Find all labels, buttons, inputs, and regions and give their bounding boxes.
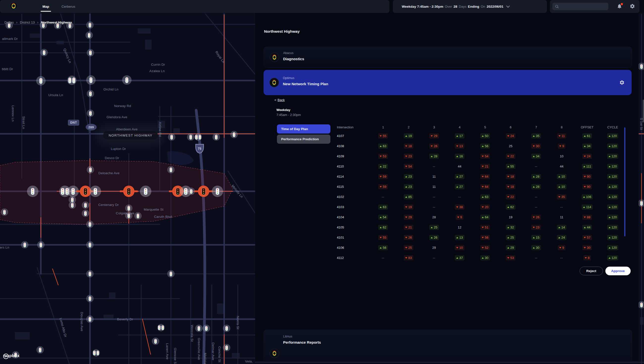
intersection-id: 4104 bbox=[337, 215, 370, 219]
traffic-signal-marker[interactable] bbox=[87, 110, 94, 117]
traffic-signal-marker[interactable] bbox=[167, 166, 174, 173]
traffic-signal-marker[interactable] bbox=[86, 32, 93, 39]
signal-r-dot bbox=[641, 201, 642, 202]
value-badge: 29 bbox=[404, 215, 413, 220]
traffic-signal-marker[interactable] bbox=[188, 188, 195, 195]
traffic-signal-marker[interactable] bbox=[68, 201, 76, 209]
traffic-signal-marker[interactable] bbox=[86, 241, 94, 248]
traffic-signal-marker[interactable] bbox=[122, 75, 132, 85]
notifications-button[interactable] bbox=[617, 4, 623, 10]
reject-button[interactable]: Reject bbox=[580, 267, 603, 275]
table-cell: 120 bbox=[600, 164, 626, 169]
traffic-signal-marker[interactable] bbox=[638, 63, 644, 70]
traffic-signal-marker[interactable] bbox=[638, 199, 644, 207]
table-cell: 53 bbox=[370, 154, 396, 159]
search-input[interactable] bbox=[561, 5, 604, 9]
value-badge: 23 bbox=[404, 154, 413, 159]
traffic-signal-marker[interactable] bbox=[157, 324, 165, 331]
traffic-signal-marker[interactable] bbox=[87, 90, 94, 97]
traffic-signal-marker[interactable] bbox=[92, 349, 100, 356]
traffic-signal-marker[interactable] bbox=[230, 131, 238, 138]
arrow-down-icon bbox=[405, 145, 407, 147]
signal-r-dot bbox=[185, 189, 186, 190]
table-cell: 53 bbox=[498, 255, 523, 260]
traffic-signal-marker[interactable] bbox=[27, 186, 38, 197]
traffic-signal-marker[interactable] bbox=[1, 208, 8, 216]
arrow-down-icon bbox=[380, 237, 382, 238]
value-badge: -- bbox=[431, 204, 437, 210]
table-scrollbar[interactable] bbox=[624, 127, 626, 236]
traffic-signal-marker[interactable] bbox=[21, 241, 28, 248]
traffic-signal-marker[interactable] bbox=[202, 325, 210, 332]
card-litmus-performance-reports[interactable]: Litmus Performance Reports bbox=[264, 329, 632, 361]
traffic-signal-marker[interactable] bbox=[86, 315, 94, 323]
mapbox-attribution[interactable]: mapbox bbox=[3, 353, 20, 358]
breadcrumb-item[interactable]: Northwest Highway bbox=[41, 21, 72, 24]
arrow-up-icon bbox=[608, 217, 610, 218]
traffic-signal-marker-alert[interactable] bbox=[198, 186, 209, 197]
breadcrumb-item[interactable]: District 13 bbox=[20, 21, 35, 24]
cell-value: 30 bbox=[485, 256, 488, 260]
cell-value: 55 bbox=[510, 165, 514, 168]
traffic-signal-marker[interactable] bbox=[86, 21, 94, 29]
traffic-signal-marker[interactable] bbox=[168, 133, 175, 141]
traffic-signal-marker[interactable] bbox=[67, 76, 76, 85]
traffic-signal-marker[interactable] bbox=[86, 75, 96, 85]
traffic-signal-marker[interactable] bbox=[87, 166, 94, 173]
traffic-signal-marker-alert[interactable] bbox=[123, 186, 134, 197]
traffic-signal-marker[interactable] bbox=[223, 325, 230, 332]
back-link[interactable]: <Back bbox=[274, 98, 285, 102]
value-badge: -- bbox=[533, 204, 539, 210]
page-scrollbar-thumb[interactable] bbox=[643, 100, 644, 122]
value-badge: -- bbox=[431, 194, 437, 199]
abacus-app-logo bbox=[270, 53, 279, 62]
tab-map[interactable]: Map bbox=[39, 0, 52, 13]
traffic-signal-marker[interactable] bbox=[134, 212, 142, 220]
schedule-range-selector[interactable]: Weekday 7:45am - 2:30pmOver28DaysEndingO… bbox=[393, 5, 503, 9]
traffic-signal-marker[interactable] bbox=[37, 241, 44, 248]
signal-r-dot bbox=[91, 78, 92, 79]
traffic-signal-marker[interactable] bbox=[167, 270, 174, 277]
card-optimus-timing-plan[interactable]: Optimus New Network Timing Plan bbox=[264, 70, 632, 95]
value-badge: 11 bbox=[557, 133, 566, 139]
view-button-performance-prediction[interactable]: Performance Prediction bbox=[277, 135, 330, 144]
tab-cerberus[interactable]: Cerberus bbox=[59, 0, 78, 13]
traffic-signal-marker[interactable] bbox=[187, 133, 194, 141]
traffic-signal-marker[interactable] bbox=[36, 76, 46, 86]
traffic-signal-marker[interactable] bbox=[212, 186, 223, 197]
traffic-signal-marker[interactable] bbox=[82, 201, 89, 209]
signal-r-dot bbox=[138, 214, 138, 215]
traffic-signal-marker[interactable] bbox=[212, 133, 220, 141]
top-navigation-bar: Map Cerberus Weekday 7:45am - 2:30pmOver… bbox=[0, 0, 644, 13]
traffic-signal-marker[interactable] bbox=[90, 186, 101, 197]
traffic-signal-marker[interactable] bbox=[86, 270, 94, 277]
traffic-signal-marker[interactable] bbox=[86, 221, 94, 228]
signal-y-dot bbox=[90, 245, 90, 245]
table-cell: -- bbox=[549, 255, 574, 260]
value-badge: 120 bbox=[607, 225, 618, 230]
breadcrumb-item[interactable]: Dallas bbox=[4, 21, 14, 24]
traffic-signal-marker[interactable] bbox=[86, 295, 94, 302]
traffic-signal-marker[interactable] bbox=[36, 346, 44, 353]
traffic-signal-marker[interactable] bbox=[82, 210, 89, 217]
table-cell: 10 bbox=[549, 184, 574, 189]
signal-r-dot bbox=[171, 168, 172, 169]
app-logo-icon[interactable] bbox=[10, 3, 17, 9]
settings-button[interactable] bbox=[630, 4, 636, 10]
traffic-signal-marker[interactable] bbox=[152, 337, 159, 345]
plan-settings-button[interactable] bbox=[619, 80, 625, 85]
traffic-signal-marker[interactable] bbox=[40, 49, 48, 56]
search-box[interactable] bbox=[552, 3, 608, 10]
traffic-signal-marker[interactable] bbox=[194, 133, 202, 141]
view-button-time-of-day-plan[interactable]: Time of Day Plan bbox=[277, 124, 330, 134]
traffic-signal-marker[interactable] bbox=[125, 212, 132, 219]
approve-button[interactable]: Approve bbox=[605, 267, 630, 275]
traffic-signal-marker[interactable] bbox=[125, 204, 132, 212]
card-abacus-diagnostics[interactable]: Abacus Diagnostics bbox=[264, 47, 632, 68]
traffic-signal-marker[interactable] bbox=[223, 344, 230, 351]
signal-g-dot bbox=[90, 225, 90, 226]
traffic-signal-marker[interactable] bbox=[195, 325, 202, 332]
traffic-signal-marker[interactable] bbox=[87, 49, 94, 57]
traffic-signal-marker[interactable] bbox=[638, 301, 644, 308]
traffic-signal-marker[interactable] bbox=[140, 186, 151, 197]
